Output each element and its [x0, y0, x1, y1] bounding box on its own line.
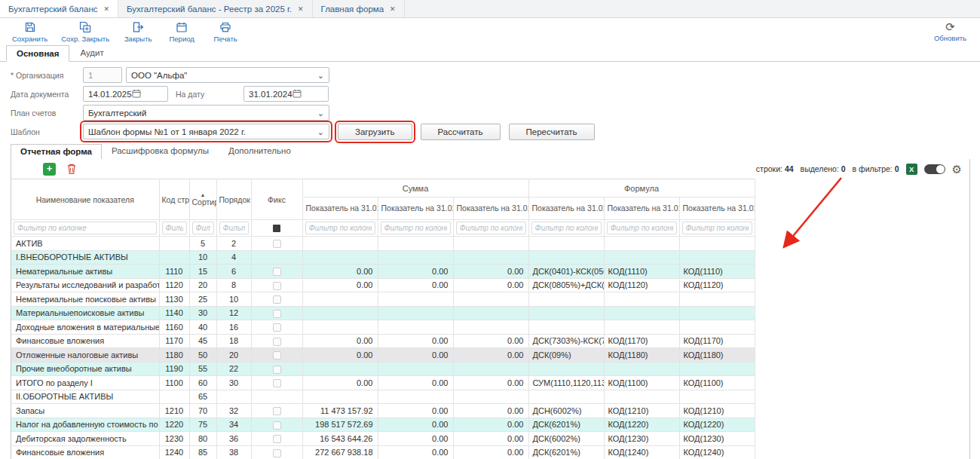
col-header-formula-2022[interactable]: Показатель на 31.01.2022: [679, 197, 755, 220]
cell-sort[interactable]: 80: [189, 432, 216, 446]
cell-fix[interactable]: [251, 250, 302, 265]
cell-code[interactable]: [159, 390, 189, 404]
cell-name[interactable]: АКТИВ: [11, 237, 159, 251]
fix-checkbox[interactable]: [273, 240, 281, 248]
organization-select[interactable]: ООО "Альфа" ⌄: [126, 67, 329, 83]
cell-name[interactable]: Отложенные налоговые активы: [11, 348, 159, 363]
cell-order[interactable]: 30: [216, 376, 251, 390]
cell-formula-2022[interactable]: [679, 292, 755, 307]
cell-sum-2024[interactable]: [302, 362, 378, 376]
cell-formula-2024[interactable]: ДСН(6002%): [528, 404, 604, 418]
fix-checkbox[interactable]: [273, 295, 281, 304]
cell-fix[interactable]: [251, 404, 302, 418]
cell-code[interactable]: 1110: [159, 265, 189, 279]
cell-sort[interactable]: 65: [189, 390, 216, 404]
cell-formula-2022[interactable]: [679, 306, 755, 320]
cell-name[interactable]: II.ОБОРОТНЫЕ АКТИВЫ: [11, 390, 159, 404]
gear-icon[interactable]: ⚙: [952, 164, 962, 175]
tab-main[interactable]: Основная: [6, 45, 69, 62]
cell-formula-2022[interactable]: [679, 320, 755, 335]
tab-formula-details[interactable]: Расшифровка формулы: [102, 143, 219, 159]
load-button[interactable]: Загрузить: [338, 124, 412, 140]
fix-checkbox[interactable]: [273, 282, 281, 290]
cell-sum-2023[interactable]: [378, 320, 453, 335]
fix-checkbox[interactable]: [273, 323, 281, 332]
cell-formula-2024[interactable]: ДСК(0805%)+ДСК(08...: [528, 278, 604, 292]
cell-sum-2024[interactable]: [302, 320, 378, 335]
cell-formula-2023[interactable]: [604, 320, 679, 335]
fix-checkbox[interactable]: [273, 310, 281, 318]
cell-order[interactable]: 34: [216, 418, 251, 432]
cell-name[interactable]: Прочие внеоборотные активы: [11, 362, 159, 376]
cell-sum-2023[interactable]: [378, 292, 453, 307]
cell-code[interactable]: 1230: [159, 432, 189, 446]
window-tab-main-form[interactable]: Главная форма ✕: [313, 0, 405, 17]
fix-checkbox[interactable]: [273, 449, 281, 457]
cell-sum-2024[interactable]: 0.00: [302, 348, 378, 363]
cell-sum-2022[interactable]: 0.00: [453, 432, 528, 446]
cell-formula-2022[interactable]: [679, 390, 755, 404]
filter-input-sum-2024[interactable]: [305, 222, 375, 234]
tab-additional[interactable]: Дополнительно: [219, 143, 301, 159]
cell-formula-2024[interactable]: [528, 362, 604, 376]
cell-fix[interactable]: [251, 334, 302, 348]
col-header-formula-2023[interactable]: Показатель на 31.01.2023: [604, 197, 679, 220]
cell-sum-2022[interactable]: [453, 237, 528, 251]
cell-sum-2023[interactable]: 0.00: [378, 278, 453, 292]
table-row[interactable]: Нематериальные активы 1110 15 6 0.00 0.0…: [11, 265, 755, 279]
fix-checkbox[interactable]: [273, 407, 281, 415]
filter-input-order[interactable]: [219, 222, 249, 234]
cell-order[interactable]: 36: [216, 432, 251, 446]
cell-sum-2022[interactable]: 0.00: [453, 278, 528, 292]
fix-checkbox[interactable]: [273, 421, 281, 430]
cell-sum-2024[interactable]: 198 517 572.69: [302, 418, 378, 432]
cell-formula-2024[interactable]: [528, 390, 604, 404]
cell-sort[interactable]: 20: [189, 278, 216, 292]
cell-name[interactable]: Дебиторская задолженность: [11, 432, 159, 446]
cell-sum-2023[interactable]: 0.00: [378, 445, 453, 459]
cell-formula-2022[interactable]: [679, 362, 755, 376]
cell-sort[interactable]: 5: [189, 237, 216, 251]
add-row-icon[interactable]: +: [43, 163, 56, 176]
cell-formula-2024[interactable]: [528, 320, 604, 335]
cell-fix[interactable]: [251, 348, 302, 363]
cell-sort[interactable]: 45: [189, 334, 216, 348]
table-row[interactable]: Налог на добавленную стоимость по пр... …: [11, 418, 755, 432]
table-row[interactable]: Материальныепоисковые активы 1140 30 12: [11, 306, 755, 320]
filter-input-formula-2024[interactable]: [531, 222, 602, 234]
table-row[interactable]: АКТИВ 5 2: [11, 237, 755, 251]
cell-fix[interactable]: [251, 320, 302, 335]
cell-sum-2023[interactable]: 0.00: [378, 348, 453, 363]
cell-sum-2023[interactable]: 0.00: [378, 334, 453, 348]
organization-code-field[interactable]: 1: [83, 67, 122, 83]
cell-formula-2024[interactable]: ДСК(0401)-КСК(0501): [528, 265, 604, 279]
table-row[interactable]: Финансовые вложения 1170 45 18 0.00 0.00…: [11, 334, 755, 348]
cell-fix[interactable]: [251, 306, 302, 320]
chart-of-accounts-select[interactable]: Бухгалтерский ⌄: [83, 105, 329, 121]
cell-code[interactable]: 1120: [159, 278, 189, 292]
recalculate-button[interactable]: Пересчитать: [509, 124, 595, 140]
cell-name[interactable]: Запасы: [11, 404, 159, 418]
cell-sum-2024[interactable]: 0.00: [302, 334, 378, 348]
tab-report-form[interactable]: Отчетная форма: [11, 144, 102, 160]
table-row[interactable]: II.ОБОРОТНЫЕ АКТИВЫ 65: [11, 390, 755, 404]
cell-code[interactable]: 1130: [159, 292, 189, 307]
cell-sum-2022[interactable]: 0.00: [453, 348, 528, 363]
cell-sort[interactable]: 85: [189, 445, 216, 459]
cell-order[interactable]: 16: [216, 320, 251, 335]
cell-order[interactable]: 8: [216, 278, 251, 292]
cell-sum-2023[interactable]: 0.00: [378, 432, 453, 446]
cell-formula-2024[interactable]: ДСК(6002%): [528, 432, 604, 446]
cell-sum-2022[interactable]: 0.00: [453, 265, 528, 279]
cell-code[interactable]: [159, 237, 189, 251]
cell-sum-2022[interactable]: 0.00: [453, 418, 528, 432]
cell-formula-2024[interactable]: ДСК(09%): [528, 348, 604, 363]
cell-formula-2023[interactable]: [604, 250, 679, 265]
cell-formula-2022[interactable]: [679, 250, 755, 265]
cell-fix[interactable]: [251, 278, 302, 292]
cell-sum-2023[interactable]: [378, 390, 453, 404]
fix-checkbox[interactable]: [273, 268, 281, 276]
cell-order[interactable]: 12: [216, 306, 251, 320]
cell-sum-2024[interactable]: [302, 292, 378, 307]
cell-order[interactable]: 18: [216, 334, 251, 348]
